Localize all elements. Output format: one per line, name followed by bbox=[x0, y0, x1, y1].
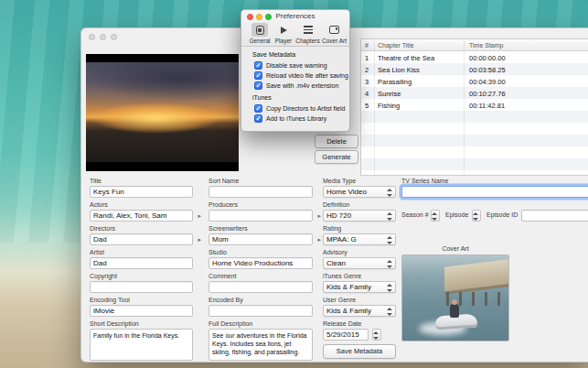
field-label: User Genre bbox=[323, 297, 396, 305]
minimize-button[interactable] bbox=[100, 34, 106, 40]
itunes-genre-select[interactable]: Kids & Family bbox=[323, 281, 396, 293]
player-icon bbox=[275, 23, 292, 37]
field-advisory: Advisory Clean bbox=[323, 249, 396, 269]
tv-series-name-input[interactable] bbox=[401, 186, 588, 198]
cover-art-image[interactable] bbox=[401, 254, 509, 341]
actors-expand-button[interactable]: ▸ bbox=[198, 212, 201, 219]
release-date-input[interactable] bbox=[323, 329, 369, 341]
chapter-title: Theatre of the Sea bbox=[378, 54, 434, 62]
user-genre-select[interactable]: Kids & Family bbox=[323, 305, 396, 317]
title-input[interactable] bbox=[90, 186, 193, 198]
chapter-time: 00:03:58.25 bbox=[469, 66, 506, 74]
field-definition: Definition HD 720 bbox=[323, 201, 396, 222]
field-short-description: Short Description Family fun in the Flor… bbox=[90, 320, 193, 361]
section-heading-save-metadata: Save Metadata bbox=[252, 51, 295, 58]
selected-value: Home Video bbox=[326, 188, 367, 196]
preferences-window: Preferences General Player Chapters Cove… bbox=[241, 9, 350, 132]
field-label: Studio bbox=[208, 249, 313, 257]
field-label: Encoding Tool bbox=[90, 297, 193, 305]
field-label: Advisory bbox=[323, 249, 396, 257]
zoom-button[interactable] bbox=[111, 34, 117, 40]
screenwriters-expand-button[interactable]: ▸ bbox=[317, 236, 321, 243]
field-sort-name: Sort Name bbox=[208, 178, 313, 198]
advisory-select[interactable]: Clean bbox=[323, 257, 396, 269]
episode-id-input[interactable] bbox=[521, 210, 588, 222]
field-artist: Artist bbox=[90, 249, 193, 269]
field-studio: Studio bbox=[208, 249, 313, 269]
sort-name-input[interactable] bbox=[208, 186, 313, 198]
encoded-by-input[interactable] bbox=[208, 305, 313, 317]
producers-expand-button[interactable]: ▸ bbox=[317, 212, 321, 219]
table-row[interactable]: 1 Theatre of the Sea 00:00:00.00 bbox=[361, 51, 588, 63]
field-label: TV Series Name bbox=[401, 178, 588, 186]
table-row[interactable]: 4 Sunrise 00:10:27.76 bbox=[361, 87, 588, 99]
column-header-number[interactable]: # bbox=[365, 42, 369, 49]
comment-input[interactable] bbox=[208, 281, 313, 293]
rating-select[interactable]: MPAA: G bbox=[323, 233, 396, 245]
chapter-time: 00:00:00.00 bbox=[469, 54, 506, 62]
chevron-updown-icon bbox=[387, 189, 393, 197]
close-button[interactable] bbox=[89, 34, 95, 40]
release-date-stepper[interactable] bbox=[372, 329, 381, 341]
copyright-input[interactable] bbox=[90, 281, 193, 293]
chapter-number: 3 bbox=[365, 78, 369, 86]
field-title: Title bbox=[90, 178, 193, 198]
table-row[interactable]: 2 Sea Lion Kiss 00:03:58.25 bbox=[361, 63, 588, 75]
tab-label: Player bbox=[275, 38, 292, 44]
selected-value: Kids & Family bbox=[326, 283, 371, 291]
section-heading-itunes: iTunes bbox=[252, 94, 272, 101]
chapter-number: 4 bbox=[365, 90, 369, 98]
checkbox-checked-icon: ✓ bbox=[254, 71, 262, 80]
actors-input[interactable] bbox=[90, 210, 193, 222]
prefs-tab-cover-art[interactable]: Cover Art bbox=[319, 23, 349, 44]
dock-shape bbox=[444, 258, 509, 295]
field-rating: Rating MPAA: G bbox=[323, 225, 396, 245]
directors-expand-button[interactable]: ▸ bbox=[198, 236, 201, 243]
table-row[interactable]: 5 Fishing 00:11:42.81 bbox=[361, 99, 588, 111]
column-header-title[interactable]: Chapter Title bbox=[378, 42, 414, 49]
field-label: Copyright bbox=[90, 273, 193, 281]
video-preview[interactable] bbox=[86, 54, 239, 171]
field-label: Media Type bbox=[323, 178, 396, 186]
window-title: Preferences bbox=[241, 10, 349, 22]
field-release-date: Release Date bbox=[323, 320, 369, 341]
studio-input[interactable] bbox=[208, 257, 313, 269]
field-full-description: Full Description See our adventures in t… bbox=[208, 320, 313, 361]
field-label: Actors bbox=[90, 201, 193, 210]
producers-input[interactable] bbox=[208, 210, 313, 222]
season-stepper[interactable] bbox=[431, 210, 440, 222]
episode-stepper[interactable] bbox=[472, 210, 481, 222]
delete-chapter-button[interactable]: Delete bbox=[315, 135, 358, 148]
chapter-number: 1 bbox=[365, 54, 369, 62]
definition-select[interactable]: HD 720 bbox=[323, 210, 396, 222]
field-label: Sort Name bbox=[208, 178, 313, 186]
chapter-time: 00:11:42.81 bbox=[469, 102, 505, 110]
field-tv-series-name: TV Series Name bbox=[401, 178, 588, 198]
chapter-number: 2 bbox=[365, 66, 369, 74]
checkbox-checked-icon: ✓ bbox=[254, 104, 262, 113]
screenwriters-input[interactable] bbox=[208, 233, 313, 245]
selected-value: HD 720 bbox=[326, 211, 351, 220]
field-label: Producers bbox=[208, 201, 313, 210]
save-metadata-button[interactable]: Save Metadata bbox=[323, 344, 396, 359]
encoding-tool-input[interactable] bbox=[90, 305, 193, 317]
tab-label: Chapters bbox=[295, 38, 319, 44]
episode-id-label: Episode ID bbox=[486, 211, 518, 218]
table-row[interactable]: 3 Parasailing 00:04:39.00 bbox=[361, 75, 588, 87]
short-description-textarea[interactable]: Family fun in the Florida Keys. bbox=[90, 329, 193, 361]
artist-input[interactable] bbox=[90, 257, 193, 269]
tab-label: Cover Art bbox=[322, 38, 347, 44]
chapter-title: Sea Lion Kiss bbox=[378, 66, 420, 74]
column-header-time[interactable]: Time Stamp bbox=[469, 42, 503, 49]
generate-chapters-button[interactable]: Generate bbox=[315, 150, 358, 164]
field-label: Rating bbox=[323, 225, 396, 233]
chapter-table-header[interactable]: # Chapter Title Time Stamp bbox=[361, 39, 588, 51]
full-description-textarea[interactable]: See our adventures in the Florida Keys. … bbox=[208, 329, 313, 361]
field-directors: Directors ▸ bbox=[90, 225, 193, 245]
directors-input[interactable] bbox=[90, 233, 193, 245]
field-comment: Comment bbox=[208, 273, 313, 293]
media-type-select[interactable]: Home Video bbox=[323, 186, 396, 198]
column-divider bbox=[464, 39, 465, 175]
checkbox-checked-icon: ✓ bbox=[254, 114, 262, 123]
selected-value: MPAA: G bbox=[326, 235, 357, 244]
